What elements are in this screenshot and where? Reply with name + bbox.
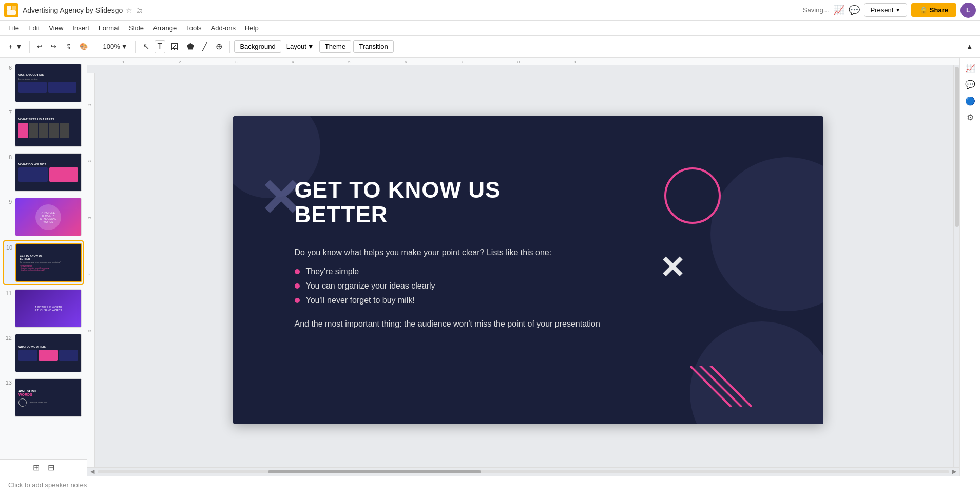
bullet-dot-1 bbox=[295, 269, 300, 274]
add-slide-button[interactable]: ＋ ▼ bbox=[4, 40, 25, 53]
svg-text:3: 3 bbox=[235, 60, 238, 64]
slide-preview-7: WHAT SETS US APART? bbox=[15, 108, 82, 147]
comments-icon[interactable]: 💬 bbox=[964, 78, 976, 90]
avatar[interactable]: L bbox=[960, 3, 976, 18]
svg-line-20 bbox=[700, 366, 741, 407]
slide-number-10: 10 bbox=[6, 244, 12, 251]
slide-thumb-11[interactable]: 11 A PICTURE IS WORTHA THOUSAND WORDS bbox=[3, 287, 84, 330]
settings-icon[interactable]: ⚙ bbox=[964, 111, 976, 123]
list-item-1: They're simple bbox=[295, 267, 669, 276]
svg-text:7: 7 bbox=[461, 60, 464, 64]
svg-rect-2 bbox=[7, 6, 11, 10]
collapse-toolbar-button[interactable]: ▲ bbox=[963, 41, 976, 52]
svg-text:1: 1 bbox=[88, 104, 91, 106]
scroll-left-btn[interactable]: ◀ bbox=[90, 468, 94, 475]
present-dropdown-icon[interactable]: ▼ bbox=[895, 7, 900, 13]
layout-label: Layout bbox=[286, 43, 306, 50]
slide-preview-12: WHAT DO WE OFFER? bbox=[15, 334, 82, 372]
line-tool[interactable]: ╱ bbox=[199, 40, 210, 53]
slide-thumb-10[interactable]: 10 GET TO KNOW USBETTER Do you know what… bbox=[3, 240, 84, 285]
svg-text:6: 6 bbox=[405, 60, 407, 64]
slide-thumb-6[interactable]: 6 OUR EVOLUTION Lorem ipsum content bbox=[3, 62, 84, 104]
print-button[interactable]: 🖨 bbox=[62, 41, 74, 52]
grid-view-icon[interactable]: ⊞ bbox=[33, 463, 40, 472]
separator-1 bbox=[29, 41, 30, 53]
deco-circle-pink bbox=[664, 167, 721, 224]
blue-circle-icon[interactable]: 🔵 bbox=[964, 94, 976, 107]
svg-text:9: 9 bbox=[574, 60, 577, 64]
separator-4 bbox=[229, 41, 230, 53]
svg-line-21 bbox=[690, 366, 731, 407]
zoom-button[interactable]: 100% ▼ bbox=[100, 41, 130, 52]
separator-2 bbox=[95, 41, 95, 53]
shapes-tool[interactable]: ⬟ bbox=[184, 40, 197, 53]
slide-title: GET TO KNOW US BETTER bbox=[295, 178, 669, 227]
slide-number-13: 13 bbox=[5, 379, 12, 386]
menu-arrange[interactable]: Arrange bbox=[149, 23, 181, 33]
trending-up-icon[interactable]: 📈 bbox=[833, 5, 844, 16]
layout-button[interactable]: Layout ▼ bbox=[283, 41, 317, 52]
slide-content: GET TO KNOW US BETTER Do you know what h… bbox=[295, 178, 669, 404]
present-button[interactable]: Present ▼ bbox=[864, 3, 908, 17]
horizontal-scrollbar-area: ◀ ▶ bbox=[87, 467, 959, 476]
share-button[interactable]: 🔒 Share bbox=[911, 3, 956, 17]
bullet-dot-2 bbox=[295, 283, 300, 289]
slide-10[interactable]: ✕ ✕ bbox=[233, 116, 823, 424]
zoom-level: 100% bbox=[103, 43, 120, 50]
slide-thumb-12[interactable]: 12 WHAT DO WE OFFER? bbox=[3, 332, 84, 374]
slide-thumb-13[interactable]: 13 AWESOME WORDS Lorem ipsum content her… bbox=[3, 376, 84, 419]
slide-preview-13: AWESOME WORDS Lorem ipsum content here bbox=[15, 378, 82, 417]
menu-addons[interactable]: Add-ons bbox=[207, 23, 240, 33]
background-button[interactable]: Background bbox=[234, 40, 281, 53]
svg-text:2: 2 bbox=[179, 60, 181, 64]
redo-button[interactable]: ↪ bbox=[48, 41, 60, 52]
comment-icon[interactable]: 💬 bbox=[849, 5, 860, 16]
paint-format-button[interactable]: 🎨 bbox=[76, 41, 91, 52]
cursor-tool[interactable]: ↖ bbox=[140, 40, 152, 53]
slide-thumb-9[interactable]: 9 A PICTUREIS WORTHA THOUSANDWORDS bbox=[3, 196, 84, 238]
theme-button[interactable]: Theme bbox=[319, 40, 351, 53]
slide-thumb-8[interactable]: 8 WHAT DO WE DO? bbox=[3, 151, 84, 194]
image-tool[interactable]: 🖼 bbox=[167, 40, 182, 53]
slide-preview-8: WHAT DO WE DO? bbox=[15, 153, 82, 192]
bullet-dot-3 bbox=[295, 298, 300, 303]
ruler-h-marks: 1 2 3 4 5 6 7 8 9 bbox=[97, 58, 815, 65]
scroll-right-btn[interactable]: ▶ bbox=[952, 468, 956, 475]
menu-help[interactable]: Help bbox=[241, 23, 263, 33]
menu-format[interactable]: Format bbox=[94, 23, 124, 33]
undo-button[interactable]: ↩ bbox=[34, 41, 46, 52]
analytics-icon[interactable]: 📈 bbox=[964, 62, 976, 74]
transition-button[interactable]: Transition bbox=[353, 40, 394, 53]
separator-3 bbox=[135, 41, 136, 53]
text-box-tool[interactable]: T bbox=[155, 40, 166, 53]
menu-view[interactable]: View bbox=[45, 23, 67, 33]
slide-number-9: 9 bbox=[5, 199, 12, 205]
menu-file[interactable]: File bbox=[4, 23, 23, 33]
slide-canvas-wrapper[interactable]: ✕ ✕ bbox=[103, 73, 953, 467]
extra-tool[interactable]: ⊕ bbox=[213, 40, 225, 53]
folder-icon[interactable]: 🗂 bbox=[136, 6, 143, 14]
svg-text:5: 5 bbox=[348, 60, 351, 64]
presentation-title[interactable]: Advertising Agency by Slidesgo bbox=[23, 6, 123, 14]
svg-rect-3 bbox=[12, 6, 16, 10]
menu-tools[interactable]: Tools bbox=[182, 23, 205, 33]
horizontal-scrollbar[interactable] bbox=[98, 470, 949, 473]
menu-insert[interactable]: Insert bbox=[68, 23, 93, 33]
svg-text:3: 3 bbox=[88, 217, 91, 219]
list-view-icon[interactable]: ⊟ bbox=[48, 463, 54, 472]
slide-number-7: 7 bbox=[5, 109, 12, 116]
menu-edit[interactable]: Edit bbox=[24, 23, 44, 33]
slide-number-12: 12 bbox=[5, 335, 12, 341]
list-item-2: You can organize your ideas clearly bbox=[295, 281, 669, 291]
vertical-scrollbar[interactable] bbox=[953, 65, 959, 467]
svg-rect-1 bbox=[7, 10, 16, 15]
menu-slide[interactable]: Slide bbox=[125, 23, 148, 33]
notes-area[interactable]: Click to add speaker notes bbox=[0, 476, 980, 494]
ruler-vertical: 1 2 3 4 5 bbox=[87, 73, 95, 467]
notes-placeholder: Click to add speaker notes bbox=[8, 481, 87, 489]
slide-thumb-7[interactable]: 7 WHAT SETS US APART? bbox=[3, 106, 84, 149]
star-icon[interactable]: ☆ bbox=[126, 6, 132, 14]
list-item-3: You'll never forget to buy milk! bbox=[295, 296, 669, 305]
main-area: 6 OUR EVOLUTION Lorem ipsum content 7 WH… bbox=[0, 58, 980, 476]
svg-text:2: 2 bbox=[88, 160, 91, 162]
